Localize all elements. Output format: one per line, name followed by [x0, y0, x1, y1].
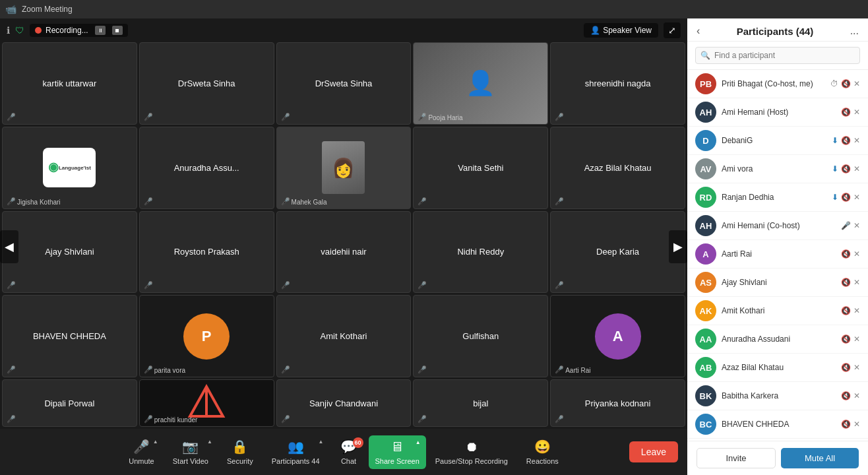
- participant-icons: 🔇✕: [841, 249, 860, 259]
- participant-name: Babitha Karkera: [722, 391, 836, 400]
- participant-item[interactable]: ASAjay Shivlani🔇✕: [687, 269, 868, 297]
- cell-mute-icon: 🎤: [418, 365, 427, 374]
- participant-item[interactable]: AAAnuradha Assudani🔇✕: [687, 325, 868, 354]
- share-caret[interactable]: ▲: [416, 439, 421, 445]
- prev-page-button[interactable]: ◀: [0, 230, 18, 263]
- shield-icon[interactable]: 🛡: [15, 25, 24, 36]
- mute-icon: 🔇: [841, 164, 851, 174]
- cell-mute-icon: 🎤: [418, 415, 427, 424]
- video-cell: Deep Karia🎤: [550, 211, 685, 294]
- participant-item[interactable]: DDebaniG⬇🔇✕: [687, 127, 868, 155]
- mute-icon: 🔇: [841, 108, 851, 117]
- participant-item[interactable]: ABAzaz Bilal Khatau🔇✕: [687, 354, 868, 382]
- video-cell: Royston Prakash🎤: [139, 211, 274, 294]
- remove-icon: ✕: [853, 306, 860, 315]
- video-cell: ◉Language'ist🎤Jigisha Kothari: [2, 127, 137, 209]
- remove-icon: ✕: [853, 363, 860, 372]
- participant-icons: ⏱🔇✕: [830, 79, 860, 88]
- speaker-view-button[interactable]: 👤 Speaker View: [584, 23, 658, 38]
- pause-recording-icon: ⏺: [465, 439, 478, 455]
- participant-list: PBPriti Bhagat (Co-host, me)⏱🔇✕AHAmi Hem…: [687, 70, 868, 441]
- security-button[interactable]: 🔒 Security: [218, 435, 263, 469]
- reactions-button[interactable]: 😀 Reactions: [517, 435, 568, 469]
- download-icon: ⬇: [832, 164, 838, 174]
- participant-item[interactable]: RDRanjan Dedhia⬇🔇✕: [687, 183, 868, 212]
- participant-item[interactable]: BKBabitha Karkera🔇✕: [687, 382, 868, 410]
- mic-icon: 🎤: [841, 221, 851, 230]
- participant-item[interactable]: BCBHAVEN CHHEDA🔇✕: [687, 410, 868, 439]
- cell-mute-icon: 🎤: [281, 415, 290, 424]
- next-page-button[interactable]: ▶: [669, 230, 687, 263]
- panel-title: Participants (44): [737, 26, 814, 37]
- invite-button[interactable]: Invite: [697, 448, 776, 468]
- cell-mute-icon: 🎤: [7, 197, 16, 206]
- video-cell: shreenidhi nagda🎤: [550, 42, 685, 125]
- participant-item[interactable]: PBPriti Bhagat (Co-host, me)⏱🔇✕: [687, 70, 868, 98]
- timer-icon: ⏱: [830, 79, 838, 88]
- panel-header: ‹ Participants (44) ...: [687, 18, 868, 42]
- share-screen-label: Share Screen: [375, 457, 419, 465]
- mute-all-button[interactable]: Mute All: [781, 448, 859, 468]
- mute-icon: 🔇: [841, 136, 851, 145]
- recording-pause-button[interactable]: ⏸: [95, 26, 106, 35]
- cell-mute-icon: 🎤: [555, 415, 564, 424]
- video-cell: P🎤parita vora: [139, 295, 274, 377]
- video-cell: bijal🎤: [413, 379, 548, 427]
- cell-mute-icon: 🎤: [144, 281, 153, 290]
- video-grid: kartik uttarwar🎤DrSweta Sinha🎤DrSweta Si…: [0, 18, 687, 429]
- mute-icon: 🔇: [841, 278, 851, 287]
- video-cell: Nidhi Reddy🎤: [413, 211, 548, 294]
- security-label: Security: [227, 457, 253, 465]
- start-video-button[interactable]: ▲ 📷 Start Video: [164, 435, 218, 469]
- participant-item[interactable]: AAarti Rai🔇✕: [687, 240, 868, 269]
- recording-dot: [35, 27, 42, 34]
- participant-item[interactable]: AHAmi Hemani (Host)🔇✕: [687, 98, 868, 127]
- participant-icons: 🔇✕: [841, 363, 860, 372]
- recording-badge: Recording... ⏸ ⏹: [30, 24, 128, 37]
- panel-more-button[interactable]: ...: [850, 25, 859, 37]
- participant-item[interactable]: AHAmi Hemani (Co-host)🎤✕: [687, 212, 868, 240]
- cell-mute-icon: 🎤: [7, 281, 16, 290]
- participant-name: Ajay Shivlani: [722, 278, 836, 287]
- participants-label: Participants 44: [272, 457, 320, 465]
- participant-icons: 🔇✕: [841, 108, 860, 117]
- video-caret[interactable]: ▲: [207, 439, 212, 445]
- participants-caret[interactable]: ▲: [319, 439, 324, 445]
- cell-mute-icon: 🎤: [281, 365, 290, 374]
- share-screen-button[interactable]: ▲ 🖥 Share Screen: [369, 435, 426, 469]
- cell-mute-icon: 🎤: [144, 197, 153, 206]
- search-input[interactable]: [695, 47, 860, 64]
- video-cell: Vanita Sethi🎤: [413, 127, 548, 209]
- video-cell: Ajay Shivlani🎤: [2, 211, 137, 294]
- participant-avatar: BC: [695, 414, 716, 435]
- chat-button[interactable]: 60 💬 Chat: [329, 435, 369, 469]
- main-layout: ℹ 🛡 Recording... ⏸ ⏹ 👤 Speaker View ⤢ ka…: [0, 18, 868, 475]
- panel-search: 🔍: [687, 42, 868, 70]
- chat-label: Chat: [341, 457, 356, 465]
- participant-name: Ami vora: [722, 164, 826, 174]
- pause-recording-button[interactable]: ⏺ Pause/Stop Recording: [426, 435, 517, 469]
- participant-item[interactable]: AVAmi vora⬇🔇✕: [687, 155, 868, 183]
- search-wrapper: 🔍: [695, 47, 860, 64]
- unmute-caret[interactable]: ▲: [153, 439, 158, 445]
- video-cell: Priyanka kodnani🎤: [550, 379, 685, 427]
- video-cell: Sanjiv Chandwani🎤: [276, 379, 412, 427]
- participant-icons: 🔇✕: [841, 306, 860, 315]
- panel-collapse-button[interactable]: ‹: [697, 25, 700, 37]
- info-icon[interactable]: ℹ: [7, 25, 10, 36]
- cell-mute-icon: 🎤: [281, 281, 290, 290]
- fullscreen-button[interactable]: ⤢: [664, 22, 681, 38]
- participants-button[interactable]: 👥 Participants 44 ▲: [263, 435, 329, 469]
- video-cell: DrSweta Sinha🎤: [139, 42, 274, 125]
- unmute-button[interactable]: ▲ 🎤 Unmute: [119, 435, 164, 469]
- participant-name: Priti Bhagat (Co-host, me): [722, 79, 825, 88]
- participant-name: BHAVEN CHHEDA: [722, 420, 836, 429]
- participant-name: Amit Kothari: [722, 306, 836, 315]
- cell-mute-icon: 🎤: [281, 113, 290, 121]
- recording-stop-button[interactable]: ⏹: [112, 26, 123, 35]
- participant-item[interactable]: AKAmit Kothari🔇✕: [687, 297, 868, 325]
- participant-avatar: D: [695, 130, 716, 151]
- reactions-icon: 😀: [534, 439, 551, 455]
- leave-button[interactable]: Leave: [629, 441, 678, 462]
- toolbar: ▲ 🎤 Unmute ▲ 📷 Start Video 🔒 Security 👥 …: [0, 429, 687, 475]
